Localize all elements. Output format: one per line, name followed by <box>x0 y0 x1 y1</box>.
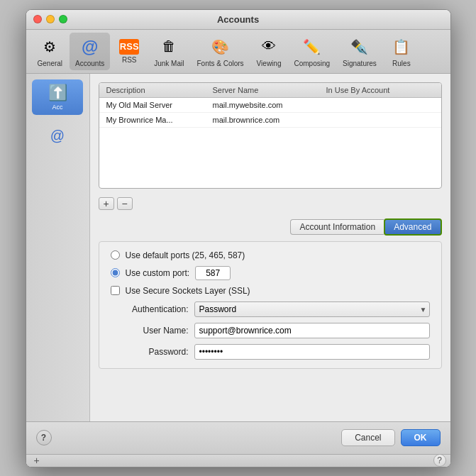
advanced-panel: Use default ports (25, 465, 587) Use cus… <box>99 241 442 369</box>
table-row[interactable]: My Old Mail Server mail.mywebsite.com <box>99 98 441 113</box>
junk-label: Junk Mail <box>154 60 184 67</box>
default-ports-row: Use default ports (25, 465, 587) <box>111 250 430 260</box>
toolbar: ⚙ General @ Accounts RSS RSS 🗑 Junk Mail… <box>26 30 450 74</box>
row2-inuse <box>322 115 438 125</box>
maximize-button[interactable] <box>59 15 67 23</box>
col-server: Server Name <box>209 84 322 96</box>
composing-label: Composing <box>294 60 330 67</box>
row1-server: mail.mywebsite.com <box>209 100 322 110</box>
rss-label: RSS <box>122 56 137 64</box>
titlebar: Accounts <box>26 10 450 30</box>
junk-icon: 🗑 <box>157 35 180 58</box>
bottom-actions: Cancel OK <box>341 429 440 446</box>
custom-port-input[interactable] <box>195 266 231 280</box>
toolbar-general[interactable]: ⚙ General <box>32 33 69 70</box>
general-label: General <box>38 60 63 67</box>
cancel-button[interactable]: Cancel <box>341 429 394 446</box>
minimize-button[interactable] <box>46 15 55 23</box>
window-title: Accounts <box>217 14 259 25</box>
add-server-button[interactable]: + <box>99 197 114 210</box>
row2-server: mail.brownrice.com <box>209 115 322 125</box>
content-area: ⬆️ Acc @ Description Server Name In Use … <box>26 74 450 421</box>
default-ports-label: Use default ports (25, 465, 587) <box>126 250 245 260</box>
main-panel: Description Server Name In Use By Accoun… <box>90 74 450 421</box>
ssl-row: Use Secure Sockets Layer (SSL) <box>111 286 430 296</box>
ssl-checkbox[interactable] <box>111 286 120 295</box>
fonts-icon: 🎨 <box>209 35 232 58</box>
password-input[interactable] <box>194 344 430 360</box>
ok-button[interactable]: OK <box>401 429 441 446</box>
remove-server-button[interactable]: − <box>117 197 133 210</box>
close-button[interactable] <box>33 15 42 23</box>
table-row[interactable]: My Brownrice Ma... mail.brownrice.com <box>99 113 441 128</box>
rss-icon: RSS <box>119 39 139 55</box>
password-row: Password: <box>111 344 430 360</box>
sidebar-imap-icon: @ <box>50 128 65 144</box>
sidebar-item-label: Acc <box>52 104 62 111</box>
ssl-label: Use Secure Sockets Layer (SSL) <box>126 286 250 296</box>
status-add-button[interactable]: + <box>31 454 43 467</box>
sidebar-item-imap[interactable]: @ <box>32 119 83 155</box>
toolbar-fonts[interactable]: 🎨 Fonts & Colors <box>191 33 249 70</box>
help-button[interactable]: ? <box>36 430 52 445</box>
toolbar-signatures[interactable]: ✒️ Signatures <box>337 33 382 70</box>
username-row: User Name: <box>111 323 430 338</box>
toolbar-accounts[interactable]: @ Accounts <box>70 33 110 70</box>
password-label: Password: <box>111 347 189 357</box>
row2-description: My Brownrice Ma... <box>102 115 209 125</box>
sidebar-smtp-icon: ⬆️ <box>48 84 67 102</box>
viewing-icon: 👁 <box>258 35 280 58</box>
authentication-label: Authentication: <box>111 304 189 314</box>
table-controls: + − <box>99 197 442 210</box>
table-body: My Old Mail Server mail.mywebsite.com My… <box>99 98 441 184</box>
col-description: Description <box>102 84 209 96</box>
tab-account-info[interactable]: Account Information <box>290 219 384 235</box>
bottom-bar: ? Cancel OK <box>26 421 450 454</box>
toolbar-composing[interactable]: ✏️ Composing <box>288 33 336 70</box>
toolbar-rss[interactable]: RSS RSS <box>111 36 147 67</box>
window-status-bar: + ? <box>26 454 450 467</box>
custom-port-row: Use custom port: <box>111 266 430 280</box>
tab-advanced[interactable]: Advanced <box>384 218 441 236</box>
sidebar-item-smtp[interactable]: ⬆️ Acc <box>32 79 83 115</box>
traffic-lights <box>33 15 67 23</box>
rules-icon: 📋 <box>390 35 413 58</box>
row1-description: My Old Mail Server <box>102 100 209 110</box>
main-window: Accounts ⚙ General @ Accounts RSS RSS 🗑 … <box>26 9 451 467</box>
col-inuse: In Use By Account <box>322 84 438 96</box>
authentication-row: Authentication: Password ▼ <box>111 301 430 317</box>
rules-label: Rules <box>392 60 411 67</box>
toolbar-viewing[interactable]: 👁 Viewing <box>251 33 287 70</box>
sidebar: ⬆️ Acc @ <box>26 74 90 421</box>
custom-port-radio[interactable] <box>111 268 120 277</box>
status-help-button[interactable]: ? <box>433 454 446 467</box>
accounts-label: Accounts <box>75 60 104 67</box>
composing-icon: ✏️ <box>301 35 323 58</box>
accounts-table: Description Server Name In Use By Accoun… <box>99 82 442 189</box>
fonts-label: Fonts & Colors <box>197 60 243 67</box>
table-header: Description Server Name In Use By Accoun… <box>99 83 441 98</box>
default-ports-radio[interactable] <box>111 250 120 260</box>
authentication-select[interactable]: Password <box>194 301 430 317</box>
general-icon: ⚙ <box>38 35 61 58</box>
row1-inuse <box>322 100 438 110</box>
viewing-label: Viewing <box>257 60 282 67</box>
signatures-label: Signatures <box>343 60 377 67</box>
toolbar-junk[interactable]: 🗑 Junk Mail <box>148 33 189 70</box>
username-label: User Name: <box>111 326 189 336</box>
authentication-select-wrapper: Password ▼ <box>194 301 430 317</box>
tabs-row: Account Information Advanced <box>99 218 442 236</box>
accounts-icon: @ <box>79 35 101 58</box>
custom-port-label: Use custom port: <box>126 268 190 278</box>
username-input[interactable] <box>194 323 430 338</box>
toolbar-rules[interactable]: 📋 Rules <box>384 33 419 70</box>
signatures-icon: ✒️ <box>348 35 371 58</box>
